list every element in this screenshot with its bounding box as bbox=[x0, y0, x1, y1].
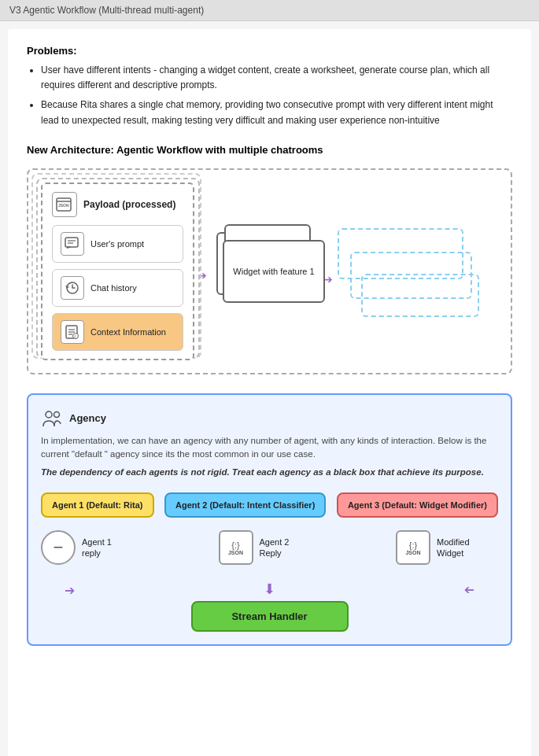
agent-3-label: Agent 3 (Default: Widget Modifier) bbox=[348, 500, 487, 510]
modified-widget-icon: {:} JSON bbox=[396, 530, 430, 565]
problem-item-1: User have different intents - changing a… bbox=[41, 63, 512, 93]
widget-card-front: Widget with feature 1 bbox=[223, 240, 325, 303]
agency-description: In implementation, we can have an agency… bbox=[41, 434, 498, 462]
page-container: V3 Agentic Workflow (Multi-thread multi-… bbox=[0, 0, 539, 756]
stream-handler-box: Stream Handler bbox=[191, 601, 349, 632]
json-braces-3: {:} bbox=[409, 540, 417, 550]
context-box: i Context Information bbox=[52, 313, 183, 351]
payload-box: JSON Payload (processed) bbox=[41, 183, 194, 360]
outputs-row: − Agent 1reply {:} JSON Agent 2Reply {:} bbox=[41, 530, 498, 565]
agency-section: Agency In implementation, we can have an… bbox=[27, 393, 512, 647]
prompt-icon bbox=[61, 232, 84, 256]
problems-title: Problems: bbox=[27, 45, 512, 57]
agents-row: Agent 1 (Default: Rita) Agent 2 (Default… bbox=[41, 492, 498, 518]
arrows-to-stream: ➔ ⬇ ➔ bbox=[41, 581, 498, 598]
minus-icon: − bbox=[54, 537, 64, 558]
payload-icon: JSON bbox=[52, 192, 77, 217]
agency-title: Agency bbox=[69, 412, 106, 424]
problem-item-2: Because Rita shares a single chat memory… bbox=[41, 98, 512, 127]
main-diagram: JSON Payload (processed) bbox=[27, 168, 512, 374]
down-arrow-icon: ⬇ bbox=[264, 581, 275, 597]
stream-handler-container: Stream Handler bbox=[41, 601, 498, 632]
content-area: Problems: User have different intents - … bbox=[8, 29, 531, 756]
dashed-rect-3 bbox=[361, 274, 479, 317]
payload-label: Payload (processed) bbox=[83, 199, 175, 210]
modified-widget-label: ModifiedWidget bbox=[437, 537, 470, 559]
output-item-2: {:} JSON Agent 2Reply bbox=[219, 530, 321, 565]
svg-text:JSON: JSON bbox=[58, 203, 69, 208]
stream-handler-label: Stream Handler bbox=[231, 610, 307, 622]
agent2-reply-label: Agent 2Reply bbox=[260, 537, 290, 559]
agent-2-label: Agent 2 (Default: Intent Classifier) bbox=[175, 500, 315, 510]
json-label-3: JSON bbox=[405, 550, 420, 555]
right-dashed-area bbox=[338, 228, 498, 323]
svg-point-13 bbox=[46, 411, 52, 418]
agency-note: The dependency of each agents is not rig… bbox=[41, 467, 498, 477]
diagram-flex: JSON Payload (processed) bbox=[41, 183, 498, 360]
svg-point-14 bbox=[54, 411, 60, 417]
users-prompt-label: User's prompt bbox=[90, 239, 144, 249]
agent-3-box: Agent 3 (Default: Widget Modifier) bbox=[337, 492, 498, 518]
left-arrow-to-stream: ➔ bbox=[65, 583, 75, 598]
widget-front-label: Widget with feature 1 bbox=[233, 267, 314, 276]
problems-section: Problems: User have different intents - … bbox=[27, 45, 512, 128]
agent2-reply-icon: {:} JSON bbox=[219, 530, 253, 565]
history-icon bbox=[61, 276, 84, 300]
payload-header: JSON Payload (processed) bbox=[52, 192, 183, 217]
agency-header: Agency bbox=[41, 408, 498, 430]
context-icon: i bbox=[61, 320, 84, 344]
agent-1-box: Agent 1 (Default: Rita) bbox=[41, 492, 154, 518]
json-label-2: JSON bbox=[228, 550, 243, 555]
agent-1-label: Agent 1 (Default: Rita) bbox=[52, 500, 143, 510]
down-arrow-to-stream: ⬇ bbox=[264, 581, 275, 598]
left-panel: JSON Payload (processed) bbox=[41, 183, 194, 360]
chat-history-box: Chat history bbox=[52, 269, 183, 307]
output-item-3: {:} JSON ModifiedWidget bbox=[396, 530, 498, 565]
title-bar: V3 Agentic Workflow (Multi-thread multi-… bbox=[0, 0, 539, 21]
users-prompt-box: User's prompt bbox=[52, 225, 183, 263]
context-label: Context Information bbox=[90, 327, 166, 337]
agent1-reply-label: Agent 1reply bbox=[82, 537, 112, 559]
problems-list: User have different intents - changing a… bbox=[27, 63, 512, 128]
agent1-reply-icon: − bbox=[41, 530, 76, 565]
agency-icon bbox=[41, 408, 63, 430]
svg-rect-3 bbox=[65, 238, 78, 247]
chat-history-label: Chat history bbox=[90, 283, 137, 293]
arch-title: New Architecture: Agentic Workflow with … bbox=[27, 144, 512, 156]
json-braces-2: {:} bbox=[231, 540, 239, 550]
agent-2-box: Agent 2 (Default: Intent Classifier) bbox=[164, 492, 326, 518]
right-arrow-to-stream: ➔ bbox=[464, 583, 474, 598]
output-item-1: − Agent 1reply bbox=[41, 530, 143, 565]
middle-widgets: Widget with feature 1 bbox=[216, 216, 319, 342]
title-text: V3 Agentic Workflow (Multi-thread multi-… bbox=[9, 5, 204, 16]
